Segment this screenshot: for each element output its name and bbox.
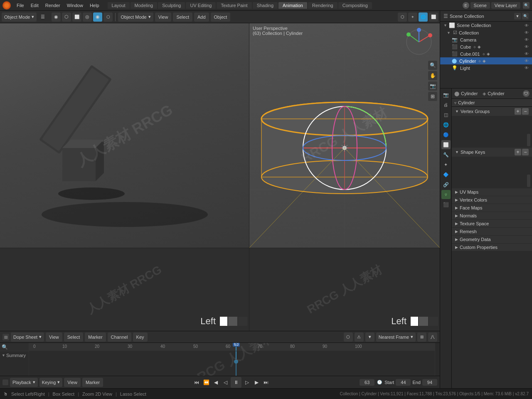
prev-keyframe-btn[interactable]: ◀: [212, 378, 220, 387]
vg-scrollbar[interactable]: [527, 134, 530, 146]
dope-channel-btn[interactable]: Channel: [108, 332, 131, 342]
viewport-btn3[interactable]: ⬜: [72, 12, 81, 22]
outliner-item-cylinder[interactable]: ⬤ Cylinder ⟐ ◈ 👁: [440, 57, 532, 64]
jump-end-btn[interactable]: ⏭: [262, 378, 270, 387]
light-eye[interactable]: 👁: [525, 66, 529, 70]
outliner-search-icon[interactable]: 🔍: [522, 13, 529, 20]
tab-animation[interactable]: Animation: [278, 2, 307, 9]
viewport-btn5[interactable]: ◉: [93, 12, 102, 22]
outliner-item-cube[interactable]: ⬛ Cube ⟐ ◈ 👁: [440, 43, 532, 50]
cyl-eye[interactable]: 👁: [525, 59, 529, 63]
props-material-icon[interactable]: ⬛: [441, 200, 451, 209]
select-btn-right[interactable]: Select: [173, 12, 192, 22]
playback-marker-btn[interactable]: Marker: [82, 378, 103, 387]
outliner-item-collection[interactable]: ▼ ☑ Collection 👁: [440, 29, 532, 36]
outliner-item-scene-collection[interactable]: ▼ ⬜ Scene Collection 👁: [440, 22, 532, 29]
props-constraint-icon[interactable]: 🔗: [441, 180, 451, 189]
camera-eye[interactable]: 👁: [525, 37, 529, 42]
face-maps-header[interactable]: ▶ Face Maps: [452, 204, 532, 212]
menu-file[interactable]: File: [14, 2, 27, 9]
dope-filter-btn[interactable]: ⬡: [344, 332, 353, 342]
icon-btn-r1[interactable]: ⬡: [398, 12, 407, 22]
view-menu[interactable]: ☰: [37, 12, 48, 22]
camera-view-icon[interactable]: 📷: [428, 81, 437, 91]
add-btn-right[interactable]: Add: [194, 12, 209, 22]
playback-icon[interactable]: [2, 379, 8, 385]
playback-dropdown[interactable]: Playback▾: [10, 378, 38, 387]
props-object-icon[interactable]: ⬜: [441, 140, 451, 149]
tab-rendering[interactable]: Rendering: [308, 2, 337, 9]
view-btn-right[interactable]: View: [155, 12, 172, 22]
dope-select-btn[interactable]: Select: [64, 332, 84, 342]
props-name-field[interactable]: ▿ Cylinder: [452, 99, 532, 107]
dope-view-btn[interactable]: View: [46, 332, 62, 342]
viewport-bottom-right[interactable]: Left RRCG 人人素材: [249, 248, 440, 331]
props-shield-icon[interactable]: 🛡: [523, 90, 530, 97]
viewport-btn6[interactable]: ⬡: [103, 12, 113, 22]
viewport-btn4[interactable]: ◎: [83, 12, 92, 22]
viewport-btn1[interactable]: ◉: [52, 12, 61, 22]
vertex-colors-header[interactable]: ▶ Vertex Colors: [452, 196, 532, 204]
coll-eye[interactable]: 👁: [525, 30, 529, 35]
props-physics-icon[interactable]: 🔷: [441, 170, 451, 179]
icon-btn-r2[interactable]: ⌖: [408, 12, 417, 22]
prev-frame-btn[interactable]: ⏪: [202, 378, 210, 387]
cube-eye[interactable]: 👁: [525, 44, 529, 49]
grid-icon[interactable]: ⊞: [428, 92, 437, 101]
zoom-icon[interactable]: 🔍: [428, 61, 437, 70]
viewport-right-top[interactable]: User Perspective (63) Collection | Cylin…: [249, 23, 440, 248]
dope-icon3[interactable]: ▼: [365, 332, 374, 342]
tab-uv-editing[interactable]: UV Editing: [186, 2, 216, 9]
tab-sculpting[interactable]: Sculpting: [158, 2, 185, 9]
icon-btn-r3[interactable]: 🌐: [419, 12, 428, 22]
outliner-item-camera[interactable]: 📷 Camera 👁: [440, 36, 532, 43]
playback-view-btn[interactable]: View: [64, 378, 81, 387]
play-back-btn[interactable]: ◁: [221, 378, 229, 387]
menu-window[interactable]: Window: [64, 2, 86, 9]
props-scene-icon[interactable]: 🌐: [441, 120, 451, 129]
viewport-left-top[interactable]: 人人素材 RRCG: [0, 23, 249, 248]
gizmo[interactable]: [404, 27, 433, 57]
dope-mode-dropdown[interactable]: Dope Sheet▾: [11, 332, 44, 342]
outliner-filter-icon[interactable]: ▼: [514, 13, 521, 20]
props-modifier-icon[interactable]: 🔧: [441, 150, 451, 159]
vg-add-btn[interactable]: +: [515, 108, 521, 115]
dope-key-btn[interactable]: Key: [133, 332, 148, 342]
vg-remove-btn[interactable]: −: [522, 108, 529, 115]
sk-add-btn[interactable]: +: [515, 149, 521, 155]
props-output-icon[interactable]: 🖨: [441, 100, 451, 109]
remesh-header[interactable]: ▶ Remesh: [452, 228, 532, 236]
timeline-scrollbar[interactable]: [435, 343, 440, 376]
dope-icon4[interactable]: 八: [428, 332, 437, 342]
outliner-item-light[interactable]: 💡 Light 👁: [440, 64, 532, 71]
keying-dropdown[interactable]: Keying▾: [39, 378, 63, 387]
view-layer-name[interactable]: View Layer: [491, 2, 520, 9]
texture-space-header[interactable]: ▶ Texture Space: [452, 220, 532, 228]
current-frame[interactable]: 63: [360, 379, 374, 386]
jump-start-btn[interactable]: ⏮: [192, 378, 201, 387]
tab-compositing[interactable]: Compositing: [338, 2, 372, 9]
tab-shading[interactable]: Shading: [253, 2, 278, 9]
custom-props-header[interactable]: ▶ Custom Properties: [452, 244, 532, 251]
scene-name[interactable]: Scene: [470, 2, 490, 9]
outliner-item-cube001[interactable]: ⬛ Cube.001 ⟐ ◈ 👁: [440, 50, 532, 57]
menu-help[interactable]: Help: [87, 2, 102, 9]
play-btn[interactable]: ⏸: [231, 377, 241, 388]
icon-btn-r4[interactable]: ⬜: [429, 12, 438, 22]
object-mode-dropdown[interactable]: Object Mode ▾: [2, 12, 37, 22]
dope-mode-icon[interactable]: ▤: [2, 334, 9, 340]
menu-edit[interactable]: Edit: [28, 2, 41, 9]
scene-coll-eye[interactable]: 👁: [525, 23, 529, 28]
props-particle-icon[interactable]: ✦: [441, 160, 451, 169]
tab-layout[interactable]: Layout: [108, 2, 130, 9]
next-keyframe-btn[interactable]: ▷: [243, 378, 251, 387]
search-button[interactable]: 🔍: [523, 2, 530, 9]
dope-icon2[interactable]: ⚠: [355, 332, 364, 342]
props-data-icon[interactable]: ▿: [441, 190, 451, 199]
sk-scrollbar[interactable]: [527, 175, 530, 187]
start-frame[interactable]: 44: [396, 379, 411, 386]
geometry-data-header[interactable]: ▶ Geometry Data: [452, 236, 532, 244]
end-frame[interactable]: 94: [422, 379, 437, 386]
shape-keys-header[interactable]: ▼ Shape Keys + −: [452, 148, 532, 157]
dope-marker-btn[interactable]: Marker: [85, 332, 106, 342]
